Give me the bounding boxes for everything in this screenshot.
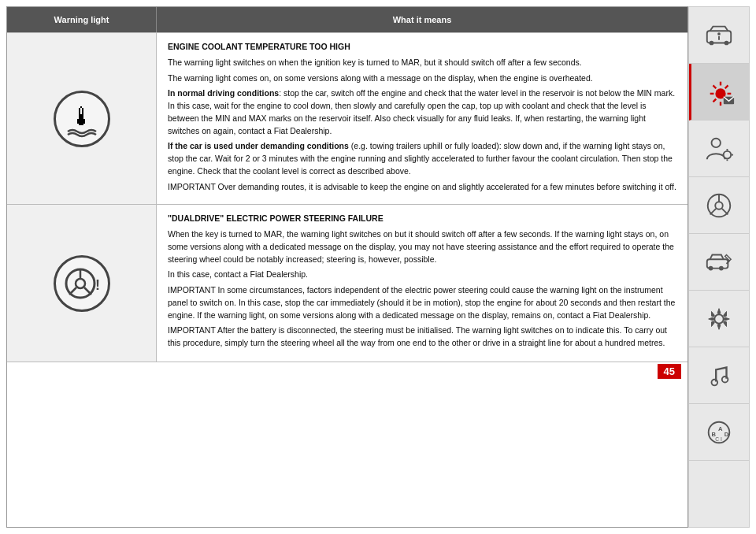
table-row: 🌡 ENGINE COOLANT TEMPERATURE TOO HIGH Th…: [7, 32, 687, 204]
steering-title: "DUALDRIVE" ELECTRIC POWER STEERING FAIL…: [168, 213, 676, 225]
svg-text:A: A: [718, 425, 723, 432]
svg-point-8: [710, 40, 714, 45]
coolant-para1: The warning light switches on when the i…: [168, 57, 676, 69]
text-cell-coolant: ENGINE COOLANT TEMPERATURE TOO HIGH The …: [157, 33, 687, 204]
steering-para1: When the key is turned to MAR, the warni…: [168, 228, 676, 265]
steering-svg: !: [58, 260, 106, 307]
svg-line-36: [727, 261, 730, 264]
svg-point-22: [712, 138, 721, 146]
svg-point-35: [719, 265, 724, 270]
svg-text:!: !: [95, 277, 100, 293]
svg-text:D: D: [724, 430, 729, 437]
text-cell-steering: "DUALDRIVE" ELECTRIC POWER STEERING FAIL…: [157, 205, 687, 362]
sidebar-item-music[interactable]: [689, 347, 749, 404]
svg-line-31: [710, 208, 717, 214]
steering-important1: IMPORTANT In some circumstances, factors…: [168, 284, 676, 321]
steering-warning-icon: !: [54, 255, 110, 312]
svg-line-4: [69, 287, 76, 295]
steering-para2: In this case, contact a Fiat Dealership.: [168, 269, 676, 281]
header-col-meaning: What it means: [157, 7, 687, 32]
car-service-icon: [704, 247, 734, 277]
person-settings-icon: [704, 134, 734, 164]
page-number: 45: [658, 364, 681, 379]
sidebar-item-warning-light[interactable]: [689, 64, 749, 121]
language-icon: B A D C I: [704, 417, 734, 447]
svg-point-9: [724, 40, 729, 45]
icon-cell-coolant: 🌡: [7, 33, 157, 204]
svg-line-20: [713, 98, 716, 102]
svg-line-5: [84, 287, 91, 295]
svg-point-39: [722, 376, 728, 382]
svg-point-37: [714, 314, 723, 323]
coolant-normal-conditions: In normal driving conditions: stop the c…: [168, 87, 676, 137]
svg-text:🌡: 🌡: [69, 102, 94, 131]
settings-gear-icon: [704, 304, 734, 334]
page-number-area: 45: [7, 362, 687, 380]
coolant-svg: 🌡: [58, 95, 106, 143]
coolant-title: ENGINE COOLANT TEMPERATURE TOO HIGH: [168, 41, 676, 54]
sidebar-item-steering-wheel[interactable]: [689, 177, 749, 234]
svg-point-23: [724, 150, 732, 158]
svg-point-10: [717, 32, 721, 35]
sidebar-item-person-settings[interactable]: [689, 121, 749, 177]
svg-line-17: [713, 85, 716, 88]
car-info-icon: [704, 20, 734, 50]
coolant-warning-icon: 🌡: [54, 91, 110, 147]
svg-line-32: [722, 208, 728, 214]
coolant-para2: The warning light comes on, on some vers…: [168, 72, 676, 85]
sidebar-item-car-info[interactable]: [689, 7, 749, 64]
music-note-icon: [704, 361, 734, 391]
steering-important2: IMPORTANT After the battery is disconnec…: [168, 324, 676, 350]
sidebar-item-car-service[interactable]: [689, 234, 749, 291]
table-header: Warning light What it means: [7, 7, 687, 32]
icon-cell-steering: !: [7, 205, 157, 362]
warning-light-icon: [706, 77, 736, 107]
coolant-important: IMPORTANT Over demanding routes, it is a…: [168, 181, 676, 194]
svg-point-38: [712, 379, 718, 385]
sidebar-item-settings-gear[interactable]: [689, 291, 749, 347]
svg-point-34: [709, 265, 713, 270]
svg-point-2: [76, 279, 85, 288]
header-col-warning: Warning light: [7, 7, 157, 32]
svg-text:I: I: [721, 436, 722, 442]
coolant-demanding-conditions: If the car is used under demanding condi…: [168, 140, 676, 177]
table-row-steering: ! "DUALDRIVE" ELECTRIC POWER STEERING FA…: [7, 204, 687, 362]
main-content: Warning light What it means 🌡 ENGINE COO…: [6, 6, 688, 528]
sidebar-item-language[interactable]: B A D C I: [689, 404, 749, 461]
steering-wheel-sidebar-icon: [704, 191, 734, 221]
svg-line-19: [724, 85, 728, 88]
svg-point-29: [715, 202, 723, 210]
svg-text:C: C: [715, 436, 719, 442]
sidebar: B A D C I: [688, 6, 750, 528]
